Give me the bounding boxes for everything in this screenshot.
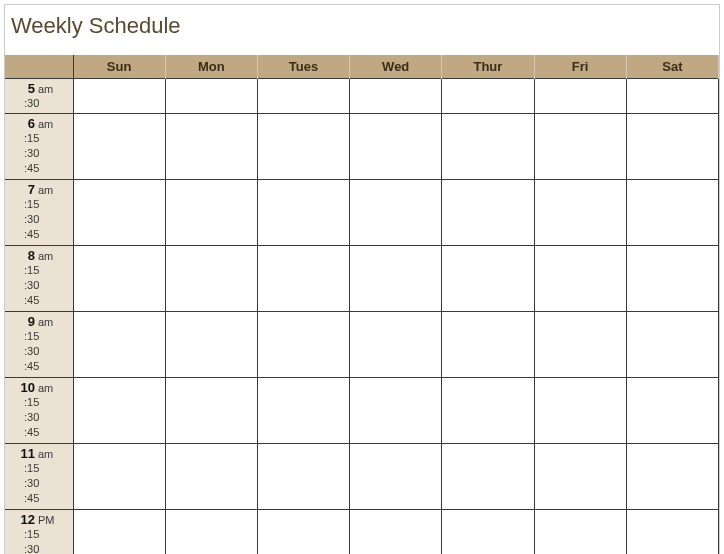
schedule-cell[interactable] xyxy=(73,311,165,377)
hour-suffix: am xyxy=(38,382,53,394)
schedule-cell[interactable] xyxy=(73,509,165,554)
schedule-cell[interactable] xyxy=(257,377,349,443)
header-day: Tues xyxy=(257,55,349,79)
hour-label: 7am xyxy=(9,182,69,197)
schedule-cell[interactable] xyxy=(257,509,349,554)
schedule-cell[interactable] xyxy=(534,245,626,311)
schedule-cell[interactable] xyxy=(257,179,349,245)
schedule-cell[interactable] xyxy=(257,245,349,311)
schedule-cell[interactable] xyxy=(442,113,534,179)
hour-suffix: am xyxy=(38,250,53,262)
schedule-cell[interactable] xyxy=(534,377,626,443)
schedule-cell[interactable] xyxy=(165,179,257,245)
minute-label: :15 xyxy=(9,131,69,146)
schedule-cell[interactable] xyxy=(626,79,718,114)
schedule-cell[interactable] xyxy=(73,443,165,509)
minute-label: :45 xyxy=(9,227,69,242)
minute-label: :30 xyxy=(9,410,69,425)
minute-label: :30 xyxy=(9,146,69,161)
schedule-cell[interactable] xyxy=(442,443,534,509)
schedule-cell[interactable] xyxy=(73,113,165,179)
hour-number: 7 xyxy=(9,182,35,197)
hour-suffix: am xyxy=(38,316,53,328)
hour-suffix: am xyxy=(38,83,53,95)
schedule-cell[interactable] xyxy=(165,377,257,443)
time-row: 6am:15:30:45 xyxy=(5,113,719,179)
schedule-cell[interactable] xyxy=(534,113,626,179)
minute-label: :15 xyxy=(9,527,69,542)
minute-label: :15 xyxy=(9,263,69,278)
schedule-cell[interactable] xyxy=(350,245,442,311)
schedule-cell[interactable] xyxy=(257,311,349,377)
schedule-cell[interactable] xyxy=(350,79,442,114)
minute-label: :30 xyxy=(9,476,69,491)
schedule-cell[interactable] xyxy=(165,79,257,114)
schedule-cell[interactable] xyxy=(165,245,257,311)
minute-label: :30 xyxy=(9,96,69,111)
minute-label: :15 xyxy=(9,395,69,410)
schedule-cell[interactable] xyxy=(165,311,257,377)
schedule-table: Sun Mon Tues Wed Thur Fri Sat 5am:306am:… xyxy=(5,55,719,554)
schedule-cell[interactable] xyxy=(257,113,349,179)
schedule-cell[interactable] xyxy=(350,377,442,443)
schedule-container: Weekly Schedule Sun Mon Tues Wed Thur Fr… xyxy=(4,4,720,554)
header-day: Sat xyxy=(626,55,718,79)
time-row: 12PM:15:30:45 xyxy=(5,509,719,554)
schedule-cell[interactable] xyxy=(442,311,534,377)
schedule-cell[interactable] xyxy=(73,179,165,245)
time-row: 9am:15:30:45 xyxy=(5,311,719,377)
page-title: Weekly Schedule xyxy=(5,5,719,55)
minute-label: :15 xyxy=(9,461,69,476)
schedule-cell[interactable] xyxy=(350,509,442,554)
header-day: Thur xyxy=(442,55,534,79)
schedule-cell[interactable] xyxy=(73,377,165,443)
schedule-cell[interactable] xyxy=(350,179,442,245)
hour-label: 5am xyxy=(9,81,69,96)
time-cell: 8am:15:30:45 xyxy=(5,245,73,311)
schedule-cell[interactable] xyxy=(257,443,349,509)
hour-suffix: am xyxy=(38,118,53,130)
hour-suffix: am xyxy=(38,448,53,460)
schedule-cell[interactable] xyxy=(165,443,257,509)
schedule-cell[interactable] xyxy=(626,509,718,554)
schedule-cell[interactable] xyxy=(534,179,626,245)
schedule-cell[interactable] xyxy=(534,79,626,114)
time-row: 5am:30 xyxy=(5,79,719,114)
schedule-cell[interactable] xyxy=(626,311,718,377)
time-cell: 9am:15:30:45 xyxy=(5,311,73,377)
time-cell: 7am:15:30:45 xyxy=(5,179,73,245)
hour-label: 12PM xyxy=(9,512,69,527)
schedule-cell[interactable] xyxy=(534,443,626,509)
minute-label: :45 xyxy=(9,293,69,308)
schedule-cell[interactable] xyxy=(73,245,165,311)
schedule-cell[interactable] xyxy=(442,179,534,245)
schedule-cell[interactable] xyxy=(257,79,349,114)
schedule-cell[interactable] xyxy=(626,113,718,179)
schedule-cell[interactable] xyxy=(626,377,718,443)
hour-number: 5 xyxy=(9,81,35,96)
schedule-cell[interactable] xyxy=(442,79,534,114)
schedule-cell[interactable] xyxy=(442,377,534,443)
time-cell: 11am:15:30:45 xyxy=(5,443,73,509)
schedule-cell[interactable] xyxy=(534,509,626,554)
hour-label: 11am xyxy=(9,446,69,461)
schedule-cell[interactable] xyxy=(350,113,442,179)
schedule-cell[interactable] xyxy=(350,311,442,377)
schedule-cell[interactable] xyxy=(165,113,257,179)
minute-label: :30 xyxy=(9,542,69,554)
hour-number: 10 xyxy=(9,380,35,395)
schedule-cell[interactable] xyxy=(73,79,165,114)
schedule-cell[interactable] xyxy=(442,509,534,554)
schedule-cell[interactable] xyxy=(626,179,718,245)
schedule-cell[interactable] xyxy=(534,311,626,377)
schedule-cell[interactable] xyxy=(442,245,534,311)
hour-suffix: PM xyxy=(38,514,55,526)
hour-number: 8 xyxy=(9,248,35,263)
schedule-cell[interactable] xyxy=(165,509,257,554)
schedule-cell[interactable] xyxy=(626,245,718,311)
time-row: 7am:15:30:45 xyxy=(5,179,719,245)
schedule-cell[interactable] xyxy=(350,443,442,509)
time-row: 10am:15:30:45 xyxy=(5,377,719,443)
schedule-cell[interactable] xyxy=(626,443,718,509)
minute-label: :15 xyxy=(9,329,69,344)
